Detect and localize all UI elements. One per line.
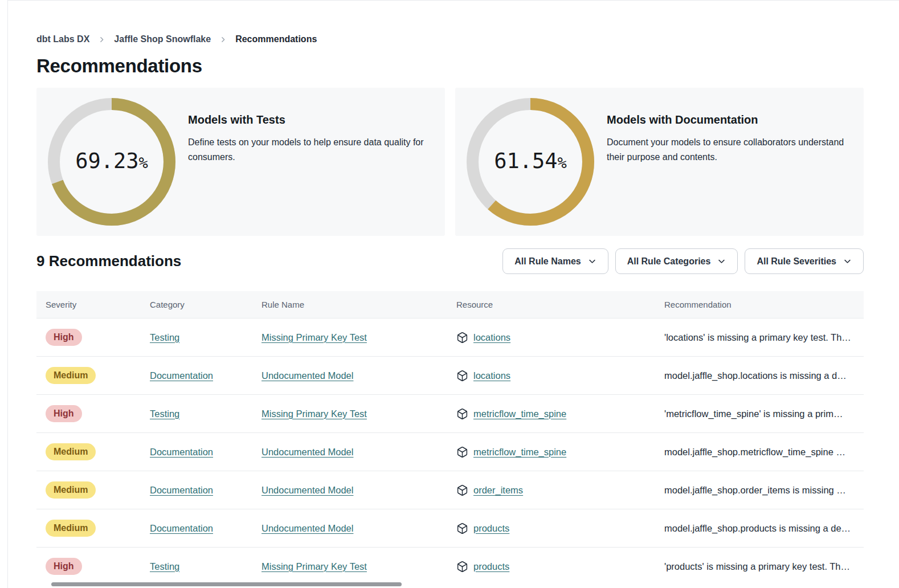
category-link[interactable]: Documentation bbox=[150, 485, 213, 495]
recommendations-count-title: 9 Recommendations bbox=[36, 252, 181, 270]
recommendation-cell: 'locations' is missing a primary key tes… bbox=[664, 332, 864, 343]
rule-name-cell: Missing Primary Key Test bbox=[261, 332, 456, 343]
category-cell: Documentation bbox=[150, 370, 261, 381]
rule-name-link[interactable]: Missing Primary Key Test bbox=[261, 561, 367, 571]
metric-card-tests: 69.23% Models with Tests Define tests on… bbox=[36, 88, 445, 236]
metric-card-text: Models with Documentation Document your … bbox=[607, 98, 852, 165]
category-link[interactable]: Documentation bbox=[150, 523, 213, 533]
recommendation-text: 'metricflow_time_spine' is missing a pri… bbox=[664, 409, 843, 419]
chevron-right-icon bbox=[98, 36, 105, 43]
severity-badge: High bbox=[46, 558, 82, 575]
breadcrumb-item-current: Recommendations bbox=[235, 34, 317, 44]
category-link[interactable]: Testing bbox=[150, 332, 179, 342]
severity-cell: Medium bbox=[36, 367, 96, 384]
severity-badge: Medium bbox=[46, 367, 96, 384]
horizontal-scrollbar-thumb[interactable] bbox=[51, 582, 402, 586]
filter-label: All Rule Severities bbox=[757, 256, 836, 267]
model-cube-icon bbox=[456, 561, 468, 573]
column-header-recommendation: Recommendation bbox=[664, 300, 864, 309]
chevron-right-icon bbox=[219, 36, 227, 43]
severity-cell: Medium bbox=[36, 443, 96, 460]
recommendation-cell: model.jaffle_shop.products is missing a … bbox=[664, 523, 864, 534]
recommendation-text: 'products' is missing a primary key test… bbox=[664, 561, 850, 571]
category-cell: Testing bbox=[150, 409, 261, 419]
category-cell: Documentation bbox=[150, 523, 261, 534]
metric-cards: 69.23% Models with Tests Define tests on… bbox=[36, 88, 864, 236]
category-link[interactable]: Documentation bbox=[150, 370, 213, 381]
category-link[interactable]: Documentation bbox=[150, 447, 213, 457]
metric-card-documentation: 61.54% Models with Documentation Documen… bbox=[455, 88, 864, 236]
resource-link[interactable]: products bbox=[473, 523, 509, 534]
severity-cell: High bbox=[36, 558, 82, 575]
severity-cell: High bbox=[36, 405, 82, 422]
metric-card-description: Define tests on your models to help ensu… bbox=[188, 135, 434, 165]
recommendations-table: SeverityCategoryRule NameResourceRecomme… bbox=[36, 291, 864, 585]
filter-bar: All Rule Names All Rule Categories All R… bbox=[502, 248, 864, 274]
rule-categories-filter-dropdown[interactable]: All Rule Categories bbox=[615, 248, 738, 274]
category-link[interactable]: Testing bbox=[150, 409, 179, 419]
resource-link[interactable]: locations bbox=[473, 332, 510, 343]
model-cube-icon bbox=[456, 370, 468, 382]
rule-name-link[interactable]: Undocumented Model bbox=[261, 523, 353, 533]
filter-label: All Rule Categories bbox=[627, 256, 711, 267]
rule-name-link[interactable]: Missing Primary Key Test bbox=[261, 409, 367, 419]
severity-cell: Medium bbox=[36, 481, 96, 499]
table-row: High Testing Missing Primary Key Test me… bbox=[36, 394, 864, 432]
rule-name-link[interactable]: Undocumented Model bbox=[261, 370, 353, 381]
table-row: Medium Documentation Undocumented Model … bbox=[36, 509, 864, 547]
severity-badge: Medium bbox=[46, 443, 96, 460]
resource-link[interactable]: products bbox=[473, 561, 509, 572]
rule-name-cell: Undocumented Model bbox=[261, 370, 456, 381]
category-cell: Testing bbox=[150, 561, 261, 572]
chevron-down-icon bbox=[843, 257, 852, 266]
resource-cell: locations bbox=[456, 370, 664, 382]
resource-link[interactable]: order_items bbox=[473, 485, 523, 496]
model-cube-icon bbox=[456, 522, 468, 534]
rule-name-link[interactable]: Undocumented Model bbox=[261, 485, 353, 495]
column-header-rule-name: Rule Name bbox=[261, 300, 456, 309]
donut-chart-documentation: 61.54% bbox=[467, 98, 594, 226]
table-row: High Testing Missing Primary Key Test lo… bbox=[36, 318, 864, 356]
recommendation-text: 'locations' is missing a primary key tes… bbox=[664, 332, 851, 342]
severity-badge: Medium bbox=[46, 481, 96, 499]
model-cube-icon bbox=[456, 484, 468, 496]
metric-card-description: Document your models to ensure collabora… bbox=[607, 135, 852, 165]
breadcrumb-item-account[interactable]: dbt Labs DX bbox=[36, 34, 89, 44]
rule-name-cell: Undocumented Model bbox=[261, 485, 456, 496]
severity-badge: Medium bbox=[46, 520, 96, 537]
recommendation-cell: model.jaffle_shop.locations is missing a… bbox=[664, 370, 864, 381]
severity-badge: High bbox=[46, 405, 82, 422]
metric-card-title: Models with Tests bbox=[188, 113, 434, 126]
category-link[interactable]: Testing bbox=[150, 561, 179, 571]
recommendation-text: model.jaffle_shop.locations is missing a… bbox=[664, 370, 847, 381]
breadcrumb-item-project[interactable]: Jaffle Shop Snowflake bbox=[114, 34, 211, 44]
rule-name-link[interactable]: Undocumented Model bbox=[261, 447, 353, 457]
table-header: SeverityCategoryRule NameResourceRecomme… bbox=[36, 291, 864, 318]
recommendation-text: model.jaffle_shop.metricflow_time_spine … bbox=[664, 447, 845, 457]
rule-name-link[interactable]: Missing Primary Key Test bbox=[261, 332, 367, 342]
resource-link[interactable]: metricflow_time_spine bbox=[473, 447, 566, 458]
resource-cell: products bbox=[456, 561, 664, 573]
chevron-down-icon bbox=[717, 257, 726, 266]
rule-severities-filter-dropdown[interactable]: All Rule Severities bbox=[745, 248, 864, 274]
severity-cell: High bbox=[36, 329, 82, 346]
column-header-resource: Resource bbox=[456, 300, 664, 309]
main-content: dbt Labs DX Jaffle Shop Snowflake Recomm… bbox=[7, 0, 899, 588]
resource-cell: metricflow_time_spine bbox=[456, 446, 664, 458]
donut-percent-label: 69.23% bbox=[48, 98, 175, 226]
resource-link[interactable]: metricflow_time_spine bbox=[473, 409, 566, 419]
breadcrumb: dbt Labs DX Jaffle Shop Snowflake Recomm… bbox=[36, 1, 864, 44]
donut-percent-label: 61.54% bbox=[467, 98, 594, 226]
resource-cell: locations bbox=[456, 332, 664, 344]
rule-name-cell: Missing Primary Key Test bbox=[261, 561, 456, 572]
table-body: High Testing Missing Primary Key Test lo… bbox=[36, 318, 864, 585]
recommendation-text: model.jaffle_shop.products is missing a … bbox=[664, 523, 851, 533]
column-header-category: Category bbox=[150, 300, 261, 309]
resource-link[interactable]: locations bbox=[473, 370, 510, 381]
metric-card-title: Models with Documentation bbox=[607, 113, 852, 126]
page-title: Recommendations bbox=[36, 54, 864, 79]
resource-cell: metricflow_time_spine bbox=[456, 408, 664, 420]
rule-names-filter-dropdown[interactable]: All Rule Names bbox=[502, 248, 608, 274]
model-cube-icon bbox=[456, 446, 468, 458]
severity-cell: Medium bbox=[36, 520, 96, 537]
